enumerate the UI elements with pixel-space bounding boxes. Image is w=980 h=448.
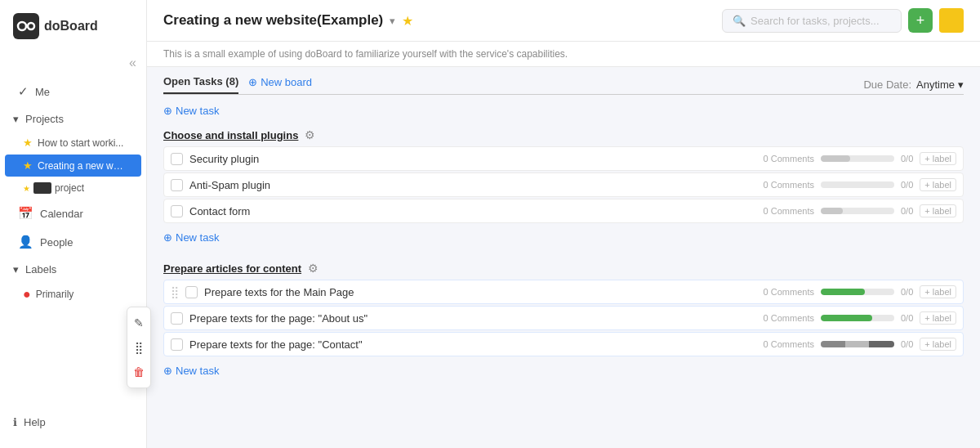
progress-fill-3 <box>821 208 843 214</box>
table-row: Anti-Spam plugin 0 Comments 0/0 + label <box>163 172 964 197</box>
sidebar-bottom: ℹ Help <box>0 403 146 448</box>
new-task-top-label: New task <box>176 105 219 117</box>
new-board-button[interactable]: ⊕ New board <box>248 76 312 93</box>
logo-icon <box>13 13 39 39</box>
avatar[interactable] <box>939 8 964 33</box>
sidebar-nav: ✓ Me ▾ Projects ★ How to start worki... … <box>0 77 146 403</box>
sidebar-item-project3[interactable]: ★ project <box>0 177 146 199</box>
group-settings-icon-2[interactable]: ⚙ <box>308 262 318 275</box>
progress-fill-6c <box>869 341 894 347</box>
fraction-3: 0/0 <box>901 206 913 216</box>
context-menu-delete[interactable]: 🗑 <box>128 361 149 383</box>
chevron-down-icon[interactable]: ▾ <box>390 15 395 27</box>
new-task-group1-button[interactable]: ⊕ New task <box>163 225 964 247</box>
label-button-2[interactable]: + label <box>920 178 956 191</box>
star-half-icon: ★ <box>23 184 30 193</box>
new-task-g1-label: New task <box>176 231 219 244</box>
progress-bar-1 <box>821 155 894 162</box>
sidebar-item-people[interactable]: 👤 People <box>5 228 141 256</box>
group-title-2[interactable]: Prepare articles for content <box>163 262 301 275</box>
project-description: This is a small example of using doBoard… <box>147 42 980 67</box>
task-name-3: Contact form <box>189 205 757 217</box>
task-name-4: Prepare texts for the Main Page <box>204 286 757 298</box>
progress-fill-1 <box>821 155 850 162</box>
sidebar-item-calendar[interactable]: 📅 Calendar <box>5 199 141 227</box>
label-button-1[interactable]: + label <box>920 152 956 165</box>
task-checkbox-3[interactable] <box>171 205 183 217</box>
plus-circle-top-icon: ⊕ <box>163 105 172 117</box>
sidebar-label-calendar: Calendar <box>40 208 83 220</box>
progress-fill-6b <box>845 341 870 347</box>
context-menu-edit[interactable]: ✎ <box>129 312 149 334</box>
fraction-6: 0/0 <box>901 339 913 349</box>
comment-count-6: 0 Comments <box>764 339 814 349</box>
progress-bar-2 <box>821 181 894 188</box>
plus-circle-g2-icon: ⊕ <box>163 365 172 377</box>
labels-collapse-icon: ▾ <box>13 263 19 276</box>
sidebar-section-projects[interactable]: ▾ Projects <box>0 106 146 132</box>
plus-circle-icon: ⊕ <box>248 76 257 88</box>
label-button-3[interactable]: + label <box>920 204 956 217</box>
sidebar-item-me[interactable]: ✓ Me <box>5 78 141 105</box>
task-checkbox-1[interactable] <box>171 153 183 165</box>
plus-circle-g1-icon: ⊕ <box>163 231 172 244</box>
task-name-1: Security plugin <box>189 153 757 165</box>
chevron-down-due-icon: ▾ <box>958 78 964 91</box>
project2-label: Creating a new web... <box>38 160 128 172</box>
page-title: Creating a new website(Example) <box>163 12 383 29</box>
drag-handle-4[interactable]: ⣿ <box>171 285 179 298</box>
projects-collapse-icon: ▾ <box>13 113 19 125</box>
open-tasks-label: Open Tasks (8) <box>163 75 238 94</box>
calendar-icon: 📅 <box>18 206 33 221</box>
comment-count-2: 0 Comments <box>764 180 814 190</box>
star-favorite-icon[interactable]: ★ <box>402 13 413 29</box>
task-checkbox-4[interactable] <box>185 286 198 298</box>
header-left: Creating a new website(Example) ▾ ★ <box>163 12 413 29</box>
sidebar-label-me: Me <box>35 86 50 98</box>
progress-fill-5 <box>821 315 872 321</box>
add-button[interactable]: + <box>908 8 933 33</box>
help-icon: ℹ <box>13 416 17 428</box>
task-name-5: Prepare texts for the page: "About us" <box>189 312 757 325</box>
help-label: Help <box>24 416 46 428</box>
context-menu-drag[interactable]: ⣿ <box>130 337 148 358</box>
new-task-group2-button[interactable]: ⊕ New task <box>163 358 964 380</box>
task-group-2: Prepare articles for content ⚙ ⣿ Prepare… <box>163 253 964 380</box>
search-bar[interactable]: 🔍 Search for tasks, projects... <box>722 9 902 33</box>
anytime-button[interactable]: Anytime ▾ <box>916 78 964 91</box>
header: Creating a new website(Example) ▾ ★ 🔍 Se… <box>147 0 980 42</box>
group-title-1[interactable]: Choose and install plugins <box>163 129 298 141</box>
task-checkbox-2[interactable] <box>171 179 183 191</box>
sidebar-item-project2[interactable]: ★ Creating a new web... <box>5 155 141 177</box>
progress-bar-4 <box>821 289 894 295</box>
people-icon: 👤 <box>18 235 33 249</box>
sidebar-item-primarily[interactable]: ● Primarily <box>0 282 146 307</box>
svg-point-2 <box>28 23 34 29</box>
new-task-top-button[interactable]: ⊕ New task <box>163 98 964 120</box>
project1-label: How to start worki... <box>38 137 123 149</box>
collapse-button[interactable]: « <box>0 52 146 77</box>
sidebar-label-people: People <box>40 236 73 249</box>
sidebar-item-project1[interactable]: ★ How to start worki... <box>0 132 146 154</box>
label-button-6[interactable]: + label <box>920 338 956 351</box>
new-task-g2-label: New task <box>176 365 219 377</box>
fraction-2: 0/0 <box>901 180 913 190</box>
progress-fill-6a <box>821 341 845 347</box>
sidebar-section-labels[interactable]: ▾ Labels <box>0 257 146 282</box>
label-button-5[interactable]: + label <box>920 311 956 325</box>
sidebar-item-help[interactable]: ℹ Help <box>13 410 133 435</box>
search-placeholder: Search for tasks, projects... <box>751 15 880 27</box>
task-name-6: Prepare texts for the page: "Contact" <box>189 338 757 351</box>
content-area: ⊕ New task Choose and install plugins ⚙ … <box>147 95 980 448</box>
check-icon: ✓ <box>18 84 29 99</box>
task-name-2: Anti-Spam plugin <box>189 179 757 191</box>
sidebar-label-labels: Labels <box>25 263 56 276</box>
task-checkbox-5[interactable] <box>171 312 183 325</box>
label-button-4[interactable]: + label <box>920 285 956 298</box>
fraction-1: 0/0 <box>901 154 913 164</box>
toolbar: Open Tasks (8) ⊕ New board Due Date: Any… <box>147 67 980 94</box>
group-settings-icon-1[interactable]: ⚙ <box>305 128 315 141</box>
task-checkbox-6[interactable] <box>171 338 183 351</box>
sidebar: doBoard « ✓ Me ▾ Projects ★ How to start… <box>0 0 147 448</box>
progress-fill-4 <box>821 289 865 295</box>
